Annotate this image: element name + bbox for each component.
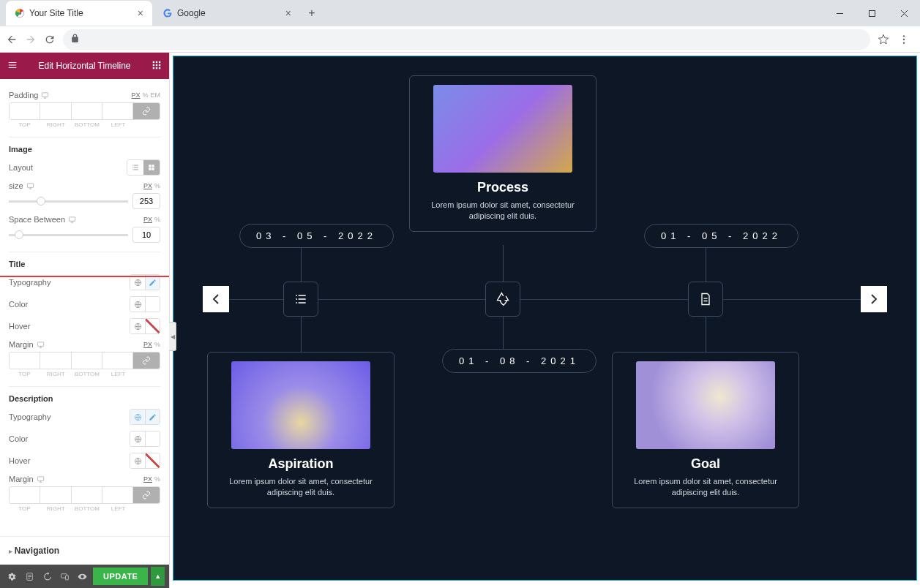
window-controls [823,2,920,24]
link-values-icon[interactable] [133,487,160,503]
sidebar-title: Edit Horizontal Timeline [18,61,152,71]
timeline-node-list-icon[interactable] [283,282,318,317]
size-input[interactable] [132,193,160,209]
maximize-icon[interactable] [856,2,888,24]
update-options-icon[interactable]: ▲ [151,567,165,586]
timeline-card: Aspiration Lorem ipsum dolor sit amet, c… [207,352,394,508]
size-label: size [9,181,34,190]
svg-rect-21 [149,167,151,170]
tab-bar: Your Site Title × Google × + [0,0,920,26]
desktop-icon[interactable] [37,475,45,483]
reload-icon[interactable] [44,34,56,45]
globe-icon[interactable] [130,453,145,468]
globe-icon[interactable] [130,297,145,312]
update-button[interactable]: UPDATE [93,568,148,585]
layout-list-icon[interactable] [127,160,143,175]
minimize-icon[interactable] [823,2,856,24]
margin-bottom-input[interactable] [72,487,102,503]
timeline-prev-button[interactable] [203,286,229,312]
svg-rect-23 [27,183,33,187]
padding-inputs [9,102,160,120]
svg-rect-15 [153,67,154,68]
card-image [636,361,775,449]
apps-grid-icon[interactable] [152,60,162,72]
preview-eye-icon[interactable] [75,568,90,585]
color-swatch[interactable] [145,319,160,333]
globe-icon[interactable] [130,275,145,290]
layout-grid-icon[interactable] [143,160,160,175]
history-icon[interactable] [40,568,54,585]
padding-right-input[interactable] [40,103,71,119]
margin-right-input[interactable] [40,353,71,369]
image-section-header: Image [9,137,160,154]
layout-toggle[interactable] [127,159,160,176]
card-image [433,85,572,173]
svg-rect-28 [37,342,43,346]
lock-icon [70,33,80,46]
svg-rect-11 [159,61,160,62]
connector [503,317,504,349]
desktop-icon[interactable] [26,182,34,190]
margin-top-input[interactable] [10,353,40,369]
size-slider[interactable] [9,200,128,203]
globe-icon[interactable] [130,410,145,424]
margin-top-input[interactable] [10,487,40,503]
tab-title: Your Site Title [29,8,83,18]
revisions-icon[interactable] [22,568,37,585]
new-tab-button[interactable]: + [302,3,322,23]
timeline-node-document-icon[interactable] [688,282,723,317]
margin-right-input[interactable] [40,487,71,503]
svg-point-8 [903,42,905,43]
margin-left-input[interactable] [102,353,133,369]
navigation-section[interactable]: Navigation [0,536,169,565]
padding-label: Padding [9,91,49,99]
desktop-icon[interactable] [68,216,76,224]
desktop-icon[interactable] [37,341,45,349]
padding-left-input[interactable] [102,103,133,119]
padding-bottom-input[interactable] [72,103,102,119]
svg-rect-17 [159,67,160,68]
star-icon[interactable] [878,34,889,45]
margin-label: Margin [9,475,45,483]
padding-top-input[interactable] [10,103,40,119]
tab-google[interactable]: Google × [154,1,300,26]
close-tab-icon[interactable]: × [285,7,291,19]
space-slider[interactable] [9,234,128,236]
timeline-widget[interactable]: 03 - 05 - 2022 Aspiration Lorem ipsum do… [173,56,917,581]
back-icon[interactable] [6,34,18,45]
connector [301,317,302,352]
card-title: Process [419,180,587,195]
settings-gear-icon[interactable] [4,568,19,585]
unit-selector[interactable]: PX% [143,216,160,223]
unit-selector[interactable]: PX%EM [131,91,160,99]
svg-rect-16 [156,67,157,68]
edit-pencil-icon[interactable] [145,410,160,424]
margin-bottom-input[interactable] [72,353,102,369]
close-window-icon[interactable] [888,2,920,24]
timeline-node-recycle-icon[interactable] [485,282,520,317]
unit-selector[interactable]: PX% [143,341,160,348]
collapse-sidebar-handle[interactable]: ◀ [169,322,176,351]
color-swatch[interactable] [145,453,160,468]
link-values-icon[interactable] [133,353,160,369]
globe-icon[interactable] [130,319,145,333]
url-input[interactable] [63,29,870,50]
close-tab-icon[interactable]: × [138,7,143,19]
timeline-next-button[interactable] [861,286,887,312]
unit-selector[interactable]: PX% [143,182,160,189]
globe-icon[interactable] [130,431,145,446]
unit-selector[interactable]: PX% [143,475,160,483]
forward-icon[interactable] [25,34,37,45]
edit-pencil-icon[interactable] [145,275,160,290]
color-swatch[interactable] [145,431,160,446]
desktop-icon[interactable] [41,91,49,99]
space-input[interactable] [132,227,160,243]
menu-dots-icon[interactable] [898,34,910,45]
link-values-icon[interactable] [133,103,160,119]
margin-left-input[interactable] [102,487,133,503]
color-swatch[interactable] [145,297,160,312]
tab-site[interactable]: Your Site Title × [6,1,152,26]
hamburger-icon[interactable] [7,60,18,72]
connector [706,248,706,282]
responsive-icon[interactable] [58,568,72,585]
